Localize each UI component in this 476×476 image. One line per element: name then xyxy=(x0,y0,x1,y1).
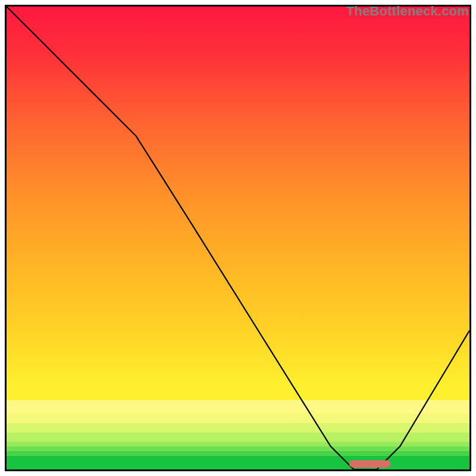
svg-rect-4 xyxy=(7,433,469,442)
chart-frame: TheBottleneck.com xyxy=(0,0,476,476)
bottom-color-bands xyxy=(7,400,469,469)
watermark-text: TheBottleneck.com xyxy=(346,4,469,19)
svg-rect-5 xyxy=(7,423,469,433)
svg-rect-7 xyxy=(7,400,469,414)
optimal-region-marker xyxy=(349,460,391,467)
chart-svg xyxy=(7,7,469,469)
svg-rect-6 xyxy=(7,414,469,424)
svg-rect-1 xyxy=(7,451,469,456)
svg-rect-0 xyxy=(7,456,469,469)
